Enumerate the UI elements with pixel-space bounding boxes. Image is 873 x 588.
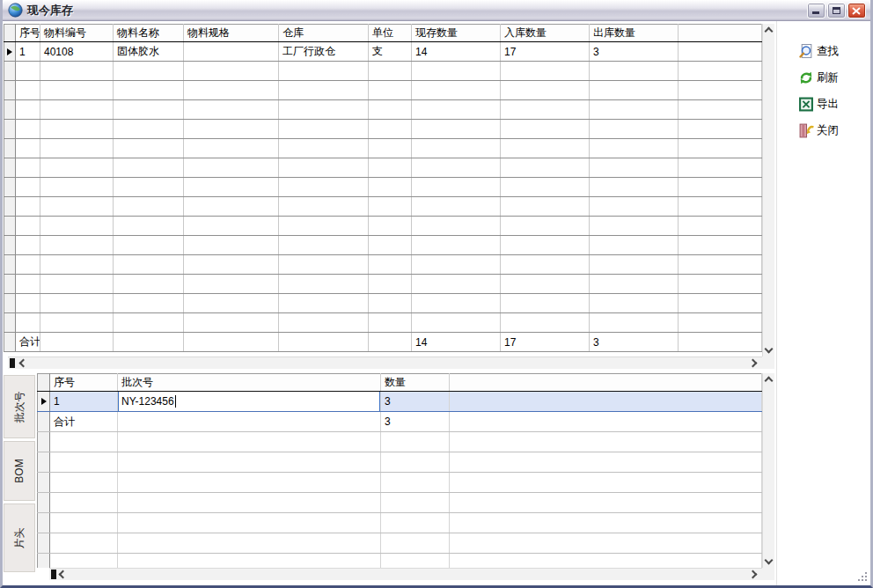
- tab-label: 批次号: [12, 391, 27, 423]
- cell: [184, 313, 279, 333]
- row-selector-header: [4, 25, 16, 42]
- cell: [501, 313, 590, 333]
- cell: [412, 217, 501, 236]
- cell[interactable]: 1: [16, 42, 40, 62]
- column-header[interactable]: 现存数量: [412, 25, 501, 42]
- cell: [114, 81, 184, 100]
- column-header[interactable]: 物料名称: [114, 25, 184, 42]
- minimize-button[interactable]: [807, 3, 825, 18]
- column-header[interactable]: 仓库: [279, 25, 369, 42]
- cell[interactable]: [450, 392, 762, 412]
- cell[interactable]: 14: [412, 42, 501, 62]
- scroll-up-icon[interactable]: [765, 377, 774, 386]
- export-excel-icon: [798, 97, 814, 112]
- top-grid-vertical-scrollbar[interactable]: [762, 24, 774, 356]
- cell: [501, 139, 590, 158]
- close-form-button[interactable]: 关闭: [798, 121, 870, 140]
- cell: [501, 178, 590, 197]
- refresh-button[interactable]: 刷新: [798, 69, 870, 87]
- column-header[interactable]: [450, 374, 762, 392]
- cell: [16, 255, 40, 275]
- cell[interactable]: [679, 42, 762, 62]
- batch-no-edit-cell[interactable]: NY-123456: [118, 392, 381, 412]
- cell: [114, 294, 184, 313]
- resize-grip-icon[interactable]: [855, 570, 867, 581]
- cell[interactable]: 固体胶水: [114, 42, 184, 62]
- cell: [369, 255, 412, 275]
- cell: [679, 158, 762, 178]
- cell: [679, 294, 762, 313]
- cell: [184, 294, 279, 313]
- scroll-thumb[interactable]: [10, 358, 15, 368]
- inventory-table: 序号 物料编号 物料名称 物料规格 仓库 单位 现存数量 入库数量 出库数量 1…: [4, 24, 762, 352]
- batch-grid-horizontal-scrollbar[interactable]: [49, 568, 762, 580]
- cell: [184, 275, 279, 294]
- cell[interactable]: [184, 42, 279, 62]
- cell[interactable]: 3: [381, 392, 450, 412]
- maximize-button[interactable]: [827, 3, 846, 18]
- scroll-left-icon[interactable]: [59, 570, 68, 579]
- cell: [40, 139, 114, 158]
- column-header[interactable]: 单位: [369, 25, 412, 42]
- cell: [16, 217, 40, 236]
- batch-grid-vertical-scrollbar[interactable]: [762, 373, 774, 568]
- scroll-left-icon[interactable]: [19, 359, 28, 368]
- cell[interactable]: 17: [501, 42, 590, 62]
- total-cell: 合计: [16, 333, 40, 352]
- column-header[interactable]: 物料编号: [40, 25, 114, 42]
- cell: [590, 62, 679, 81]
- cell[interactable]: 40108: [40, 42, 114, 62]
- column-header[interactable]: 序号: [16, 25, 40, 42]
- total-cell: [114, 333, 184, 352]
- top-grid-horizontal-scrollbar[interactable]: [8, 356, 762, 369]
- cell: [184, 178, 279, 197]
- column-header[interactable]: 入库数量: [501, 25, 590, 42]
- cell: [590, 294, 679, 313]
- cell: [381, 473, 450, 493]
- column-header[interactable]: 批次号: [118, 374, 381, 392]
- scroll-right-icon[interactable]: [749, 570, 758, 579]
- cell: [501, 81, 590, 100]
- cell: [412, 120, 501, 139]
- tab-pian-tou[interactable]: 片头: [4, 503, 35, 572]
- close-button[interactable]: [847, 3, 866, 18]
- column-header[interactable]: 序号: [50, 374, 118, 392]
- find-button[interactable]: 查找: [798, 42, 870, 61]
- cell[interactable]: 工厂行政仓: [279, 42, 369, 62]
- batch-no-editor[interactable]: NY-123456: [118, 392, 381, 412]
- cell: [679, 236, 762, 255]
- scroll-right-icon[interactable]: [749, 359, 758, 368]
- cell: [118, 554, 381, 569]
- row-selector-cell: [4, 333, 16, 352]
- scroll-up-icon[interactable]: [765, 27, 774, 36]
- cell: [40, 313, 114, 333]
- row-selector-cell: [38, 554, 50, 569]
- total-cell: [184, 333, 279, 352]
- cell[interactable]: 1: [50, 392, 118, 412]
- export-button[interactable]: 导出: [798, 95, 870, 114]
- cell: [16, 197, 40, 217]
- text-caret: [175, 395, 176, 408]
- column-header[interactable]: 物料规格: [184, 25, 279, 42]
- tab-batch-number[interactable]: 批次号: [4, 375, 35, 438]
- tab-bom[interactable]: BOM: [4, 441, 35, 501]
- cell: [40, 255, 114, 275]
- column-header[interactable]: 数量: [381, 374, 450, 392]
- cell[interactable]: 支: [369, 42, 412, 62]
- column-header[interactable]: [679, 25, 762, 42]
- cell: [279, 120, 369, 139]
- cell[interactable]: 3: [590, 42, 679, 62]
- cell: [279, 62, 369, 81]
- cell: [369, 178, 412, 197]
- column-header[interactable]: 出库数量: [590, 25, 679, 42]
- cell: [184, 255, 279, 275]
- scroll-thumb[interactable]: [51, 570, 56, 579]
- cell: [412, 294, 501, 313]
- empty-row: [38, 513, 762, 533]
- inventory-row[interactable]: 1 40108 固体胶水 工厂行政仓 支 14 17 3: [4, 42, 762, 62]
- scroll-down-icon[interactable]: [765, 345, 774, 354]
- current-row-arrow-icon: [41, 398, 47, 405]
- scroll-down-icon[interactable]: [765, 556, 774, 565]
- batch-row[interactable]: 1 NY-123456 3: [38, 392, 762, 412]
- cell: [279, 100, 369, 120]
